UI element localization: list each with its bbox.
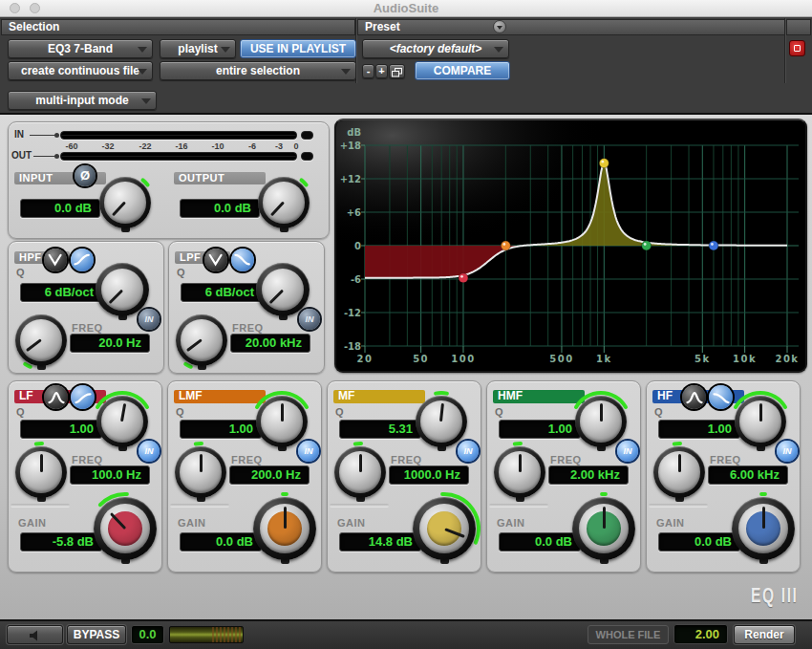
input-gain-knob[interactable] [99,177,151,228]
hf-freq-knob[interactable] [653,446,705,498]
lpf-in-button[interactable]: IN [299,309,320,330]
hf-freq-lcd[interactable]: 6.00 kHz [708,465,788,485]
playlist-selector-dropdown[interactable]: playlist [160,39,236,58]
preset-decrement-button[interactable]: - [362,64,374,78]
lpf-slope-lcd[interactable]: 6 dB/oct [181,283,263,302]
lmf-in-button[interactable]: IN [298,441,319,462]
output-gain-lcd[interactable]: 0.0 dB [180,199,260,218]
hmf-in-button[interactable]: IN [617,441,638,462]
svg-text:50: 50 [413,354,429,364]
hf-bell-shape-button[interactable] [682,385,706,409]
use-in-playlist-button[interactable]: USE IN PLAYLIST [240,39,356,58]
selection-length-lcd[interactable]: 2.00 [673,624,728,644]
lpf-slope-shape-button[interactable] [231,249,254,271]
hf-q-label: Q [654,406,663,418]
lf-shelf-shape-button[interactable] [71,385,95,409]
lf-gain-knob[interactable] [94,497,157,560]
out-meter-label: OUT [11,150,32,161]
lpf-freq-knob[interactable] [176,314,227,366]
lf-gain-lcd[interactable]: -5.8 dB [20,532,102,552]
eq-marker-lf[interactable] [459,273,468,283]
eq-marker-hf[interactable] [709,241,718,250]
hmf-q-lcd[interactable]: 1.00 [499,420,581,439]
preset-selector-dropdown[interactable]: <factory default> [362,39,509,58]
hpf-slope-knob[interactable] [96,263,149,316]
bell-icon [685,388,704,407]
render-button[interactable]: Render [734,625,795,644]
mf-freq-knob[interactable] [334,446,386,498]
hpf-freq-knob[interactable] [15,314,67,366]
hmf-freq-knob[interactable] [494,446,545,498]
mf-in-button[interactable]: IN [458,441,479,462]
hpf-slope-shape-button[interactable] [71,249,94,271]
lf-bell-shape-button[interactable] [44,385,68,409]
lf-freq-lcd[interactable]: 100.0 Hz [70,465,150,485]
plugin-selector-dropdown[interactable]: EQ3 7-Band [8,39,153,58]
hpf-q-label: Q [16,267,25,278]
hf-q-lcd[interactable]: 1.00 [658,420,740,439]
phase-invert-button[interactable]: Ø [75,165,96,186]
eq-marker-mf[interactable] [599,159,609,168]
hpf-in-button[interactable]: IN [139,309,160,330]
hf-gain-lcd[interactable]: 0.0 dB [658,532,740,552]
lpf-slope-knob[interactable] [256,263,310,316]
mf-q-lcd[interactable]: 5.31 [339,420,421,439]
lf-q-lcd[interactable]: 1.00 [20,420,102,439]
mf-gain-knob[interactable] [413,497,476,560]
file-mode-dropdown[interactable]: create continuous file [8,61,153,80]
lpf-notch-shape-button[interactable] [204,249,227,271]
multi-input-mode-dropdown[interactable]: multi-input mode [8,91,157,110]
lmf-freq-lcd[interactable]: 200.0 Hz [229,465,310,485]
lf-band-panel: LF Q 1.00 IN FREQ 100.0 Hz GAIN -5.8 dB [8,380,162,573]
preset-copy-button[interactable] [389,64,405,78]
hpf-slope-lcd[interactable]: 6 dB/oct [20,283,102,302]
hf-shelf-shape-button[interactable] [709,385,733,409]
lmf-gain-lcd[interactable]: 0.0 dB [180,532,262,552]
audiosuite-toolbar: Selection Preset EQ3 7-Band playlist USE… [0,17,812,115]
hmf-freq-label: FREQ [550,454,582,465]
hmf-freq-lcd[interactable]: 2.00 kHz [548,465,629,485]
hpf-notch-shape-button[interactable] [44,249,67,271]
mf-gain-label: GAIN [337,517,366,529]
lmf-q-knob[interactable] [256,396,308,447]
lf-freq-knob[interactable] [15,446,67,498]
compare-button[interactable]: COMPARE [415,61,510,80]
plugin-automation-button[interactable] [789,40,805,56]
hmf-q-knob[interactable] [575,396,627,447]
whole-file-button[interactable]: WHOLE FILE [588,625,669,644]
preview-gain-lcd[interactable]: 0.0 [131,625,164,644]
mf-gain-lcd[interactable]: 14.8 dB [339,532,421,552]
chevron-down-icon [494,47,503,53]
lpf-freq-lcd[interactable]: 20.00 kHz [230,334,310,353]
hf-gain-label: GAIN [656,517,685,529]
hf-q-knob[interactable] [735,396,786,447]
hmf-gain-knob[interactable] [572,497,635,560]
lf-in-button[interactable]: IN [139,441,160,462]
svg-text:10k: 10k [733,354,757,364]
eq-marker-lmf[interactable] [501,241,510,250]
mf-freq-lcd[interactable]: 1000.0 Hz [389,465,469,485]
selection-reference-dropdown[interactable]: entire selection [160,61,356,80]
preview-button[interactable] [7,625,63,644]
lmf-gain-knob[interactable] [253,497,316,560]
svg-text:500: 500 [549,354,573,364]
hf-in-button[interactable]: IN [777,441,798,462]
meter-scale-label: -3 [275,141,283,151]
preset-increment-button[interactable]: + [375,64,388,78]
mf-q-knob[interactable] [416,396,467,447]
eq-marker-hmf[interactable] [642,241,652,250]
hmf-gain-lcd[interactable]: 0.0 dB [499,532,581,552]
lmf-freq-knob[interactable] [175,446,226,498]
output-gain-knob[interactable] [258,177,310,228]
svg-text:-6: -6 [351,274,361,285]
lmf-q-lcd[interactable]: 1.00 [180,420,262,439]
hpf-freq-lcd[interactable]: 20.0 Hz [70,334,150,353]
meter-scale-label: 0 [293,141,298,151]
hf-gain-knob[interactable] [732,497,795,560]
lf-q-knob[interactable] [96,396,148,447]
in-meter-label: IN [14,129,24,140]
preset-menu-chevron-button[interactable] [493,20,506,33]
meter-scale-label: -60 [65,141,77,151]
input-gain-lcd[interactable]: 0.0 dB [20,199,100,218]
bypass-button[interactable]: BYPASS [67,625,126,644]
